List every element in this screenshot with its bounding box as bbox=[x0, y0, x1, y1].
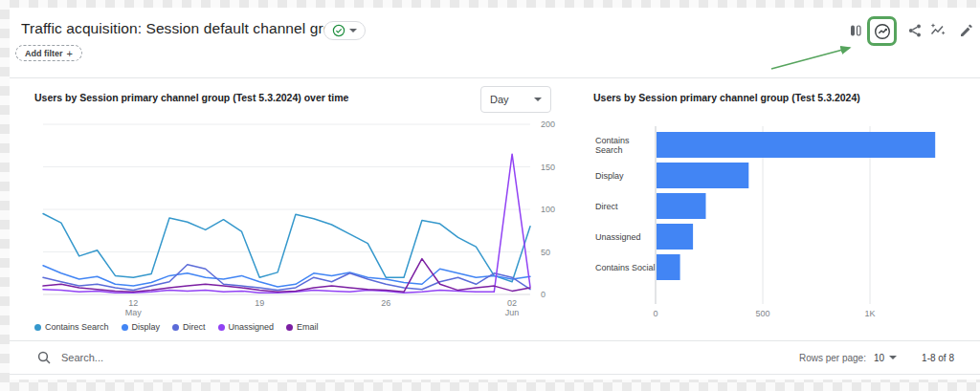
svg-text:1K: 1K bbox=[864, 309, 875, 318]
rows-per-page-value: 10 bbox=[874, 353, 884, 363]
chevron-down-icon bbox=[349, 29, 357, 33]
svg-text:200: 200 bbox=[541, 119, 555, 129]
legend-label: Direct bbox=[183, 322, 206, 332]
legend-item: Email bbox=[286, 322, 319, 332]
svg-text:Search: Search bbox=[595, 145, 623, 155]
chart-legend: Contains SearchDisplayDirectUnassignedEm… bbox=[34, 322, 319, 332]
report-checkmark-dropdown[interactable] bbox=[323, 21, 366, 40]
svg-text:Jun: Jun bbox=[505, 308, 520, 317]
insights-icon bbox=[928, 21, 947, 40]
chevron-down-icon bbox=[889, 356, 897, 359]
chart-circle-button-highlighted[interactable] bbox=[867, 16, 897, 46]
legend-label: Contains Search bbox=[45, 322, 109, 332]
search-icon bbox=[36, 350, 52, 365]
line-chart[interactable]: 05010015020012May192602Jun bbox=[33, 115, 558, 319]
insights-button[interactable] bbox=[927, 20, 948, 41]
comparisons-icon bbox=[847, 22, 864, 39]
svg-text:150: 150 bbox=[541, 163, 555, 172]
svg-text:May: May bbox=[125, 308, 143, 317]
svg-text:Display: Display bbox=[595, 171, 624, 181]
legend-label: Unassigned bbox=[229, 322, 275, 332]
legend-dot bbox=[218, 324, 225, 331]
svg-text:50: 50 bbox=[541, 248, 550, 257]
svg-text:Contains: Contains bbox=[595, 136, 630, 145]
page-title: Traffic acquisition: Session default cha… bbox=[21, 20, 348, 37]
legend-dot bbox=[34, 324, 41, 331]
add-filter-button[interactable]: Add filter + bbox=[15, 45, 82, 61]
header-divider bbox=[10, 77, 980, 78]
pagination-bar: Rows per page: 10 1-8 of 8 bbox=[799, 341, 954, 374]
svg-text:12: 12 bbox=[128, 298, 138, 308]
svg-text:500: 500 bbox=[755, 309, 769, 318]
svg-text:Unassigned: Unassigned bbox=[595, 232, 641, 242]
legend-label: Display bbox=[132, 322, 161, 332]
svg-text:26: 26 bbox=[381, 298, 390, 308]
comparisons-button[interactable] bbox=[845, 20, 866, 41]
rows-per-page-select[interactable]: 10 bbox=[874, 353, 897, 363]
search-input[interactable] bbox=[61, 352, 444, 363]
svg-text:Contains Social: Contains Social bbox=[595, 263, 656, 272]
chevron-down-icon bbox=[534, 98, 542, 101]
rows-per-page-label: Rows per page: bbox=[799, 353, 866, 363]
legend-item: Direct bbox=[172, 322, 206, 332]
legend-item: Display bbox=[122, 322, 161, 332]
legend-dot bbox=[172, 324, 179, 331]
pagination-range: 1-8 of 8 bbox=[922, 353, 954, 363]
svg-text:Direct: Direct bbox=[595, 202, 618, 211]
bar-chart-title: Users by Session primary channel group (… bbox=[593, 92, 957, 103]
legend-item: Contains Search bbox=[34, 322, 109, 332]
annotation-arrow bbox=[764, 39, 863, 74]
svg-text:0: 0 bbox=[653, 309, 657, 318]
interval-select-value: Day bbox=[490, 94, 509, 105]
svg-text:100: 100 bbox=[541, 205, 555, 214]
share-icon bbox=[906, 22, 924, 39]
legend-dot bbox=[286, 324, 293, 331]
share-button[interactable] bbox=[904, 20, 925, 41]
edit-pencil-icon bbox=[958, 22, 975, 39]
plus-icon: + bbox=[67, 48, 73, 59]
legend-label: Email bbox=[297, 322, 319, 332]
svg-text:0: 0 bbox=[541, 290, 546, 299]
report-page: Traffic acquisition: Session default cha… bbox=[10, 8, 980, 380]
interval-select[interactable]: Day bbox=[480, 86, 551, 113]
edit-report-button[interactable] bbox=[956, 20, 977, 41]
line-chart-title: Users by Session primary channel group (… bbox=[34, 92, 446, 103]
legend-item: Unassigned bbox=[218, 322, 275, 332]
legend-dot bbox=[122, 324, 128, 331]
svg-text:02: 02 bbox=[507, 298, 517, 308]
svg-text:19: 19 bbox=[255, 298, 264, 308]
check-circle-icon bbox=[332, 24, 345, 37]
chart-circle-icon bbox=[873, 22, 892, 41]
add-filter-label: Add filter bbox=[25, 49, 63, 58]
bar-chart[interactable]: 05001KContainsSearchDisplayDirectUnassig… bbox=[593, 120, 980, 323]
footer-bottom-divider bbox=[10, 374, 980, 375]
